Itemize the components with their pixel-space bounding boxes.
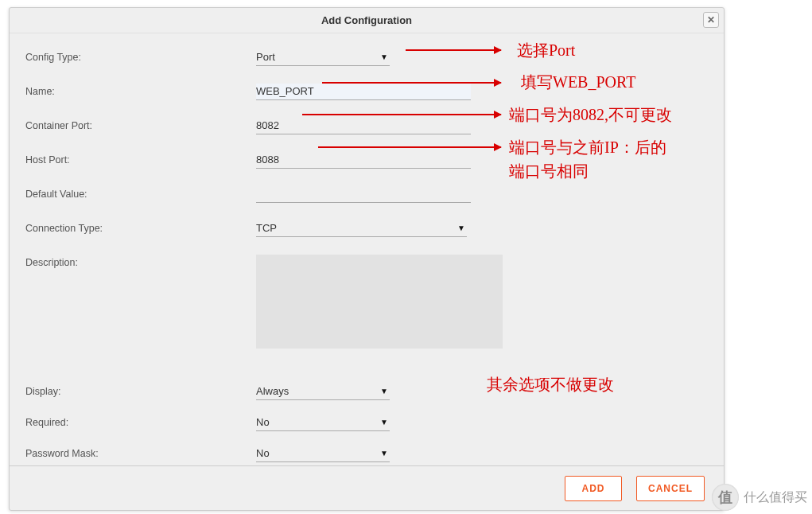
row-name: Name: bbox=[25, 84, 708, 100]
config-type-value: Port bbox=[256, 51, 275, 63]
dialog-title: Add Configuration bbox=[321, 14, 412, 26]
password-mask-value: No bbox=[256, 447, 270, 459]
description-textarea[interactable] bbox=[256, 255, 503, 349]
row-connection-type: Connection Type: TCP ▼ bbox=[25, 220, 708, 237]
row-required: Required: No ▼ bbox=[25, 415, 708, 431]
container-port-input[interactable] bbox=[256, 118, 471, 134]
add-configuration-dialog: Add Configuration ✕ Config Type: Port ▼ … bbox=[9, 7, 725, 511]
chevron-down-icon: ▼ bbox=[380, 418, 388, 426]
label-default-value: Default Value: bbox=[25, 186, 256, 200]
dialog-body: Config Type: Port ▼ Name: Container Port… bbox=[10, 33, 724, 462]
cancel-button[interactable]: CANCEL bbox=[636, 476, 705, 501]
required-select[interactable]: No ▼ bbox=[256, 415, 390, 431]
connection-type-select[interactable]: TCP ▼ bbox=[256, 220, 467, 237]
chevron-down-icon: ▼ bbox=[457, 224, 465, 232]
watermark: 值 什么值得买 bbox=[712, 484, 807, 511]
row-description: Description: bbox=[25, 255, 708, 352]
host-port-input[interactable] bbox=[256, 152, 471, 169]
chevron-down-icon: ▼ bbox=[380, 449, 388, 458]
name-input[interactable] bbox=[256, 84, 471, 100]
dialog-footer: ADD CANCEL bbox=[10, 465, 724, 510]
row-host-port: Host Port: bbox=[25, 152, 708, 169]
row-default-value: Default Value: bbox=[25, 186, 708, 203]
config-type-select[interactable]: Port ▼ bbox=[256, 49, 390, 66]
row-container-port: Container Port: bbox=[25, 118, 708, 134]
dialog-header: Add Configuration ✕ bbox=[10, 8, 724, 33]
watermark-text: 什么值得买 bbox=[744, 489, 807, 506]
chevron-down-icon: ▼ bbox=[380, 387, 388, 395]
label-config-type: Config Type: bbox=[25, 49, 256, 63]
password-mask-select[interactable]: No ▼ bbox=[256, 446, 390, 462]
row-display: Display: Always ▼ bbox=[25, 384, 708, 400]
label-host-port: Host Port: bbox=[25, 152, 256, 165]
display-select[interactable]: Always ▼ bbox=[256, 384, 390, 400]
label-required: Required: bbox=[25, 415, 256, 428]
chevron-down-icon: ▼ bbox=[380, 53, 388, 61]
row-password-mask: Password Mask: No ▼ bbox=[25, 446, 708, 462]
default-value-input[interactable] bbox=[256, 186, 471, 203]
close-button[interactable]: ✕ bbox=[703, 12, 719, 28]
add-button[interactable]: ADD bbox=[565, 476, 622, 501]
label-connection-type: Connection Type: bbox=[25, 220, 256, 234]
watermark-icon: 值 bbox=[712, 484, 739, 511]
required-value: No bbox=[256, 416, 270, 428]
label-container-port: Container Port: bbox=[25, 118, 256, 131]
connection-type-value: TCP bbox=[256, 222, 277, 234]
label-description: Description: bbox=[25, 255, 256, 268]
row-config-type: Config Type: Port ▼ bbox=[25, 49, 708, 66]
label-display: Display: bbox=[25, 384, 256, 397]
close-icon: ✕ bbox=[707, 14, 715, 25]
label-name: Name: bbox=[25, 84, 256, 97]
display-value: Always bbox=[256, 385, 289, 397]
label-password-mask: Password Mask: bbox=[25, 446, 256, 459]
